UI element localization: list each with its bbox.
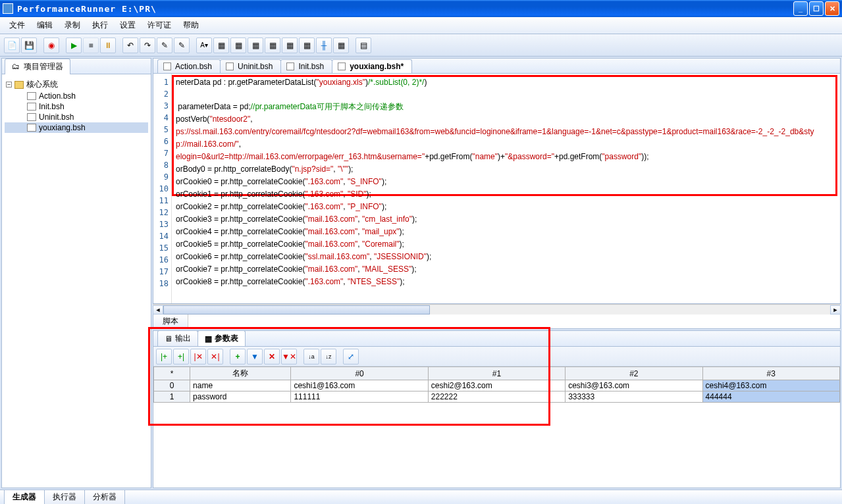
cell[interactable]: ceshi4@163.com bbox=[702, 380, 839, 391]
cell[interactable]: ceshi1@163.com bbox=[291, 380, 428, 391]
scroll-thumb[interactable] bbox=[163, 305, 430, 315]
cell[interactable]: 444444 bbox=[702, 391, 839, 403]
script-tab[interactable]: 脚本 bbox=[153, 315, 188, 328]
clear-button[interactable]: ▼✕ bbox=[281, 349, 297, 365]
cell[interactable]: 222222 bbox=[428, 391, 565, 403]
project-tree[interactable]: −核心系统Action.bshInit.bshUninit.bshyouxian… bbox=[2, 74, 151, 488]
cell[interactable]: ceshi2@163.com bbox=[428, 380, 565, 391]
del-col-right-button[interactable]: ✕| bbox=[207, 349, 223, 365]
del-col-button[interactable]: |✕ bbox=[190, 349, 206, 365]
highlight-button[interactable]: ✎ bbox=[174, 38, 190, 53]
tree-item-Uninit.bsh[interactable]: Uninit.bsh bbox=[5, 112, 148, 122]
project-manager-label: 项目管理器 bbox=[24, 61, 63, 72]
lower-tabbar: 🖥输出▦参数表 bbox=[153, 331, 840, 347]
editor-tab-youxiang.bsh*[interactable]: youxiang.bsh* bbox=[332, 59, 412, 73]
code-editor[interactable]: 123456789101112131415161718 neterData pd… bbox=[153, 74, 841, 304]
tree-item-youxiang.bsh[interactable]: youxiang.bsh bbox=[5, 122, 148, 133]
footer-tab-分析器[interactable]: 分析器 bbox=[84, 490, 125, 504]
tree-item-Init.bsh[interactable]: Init.bsh bbox=[5, 101, 148, 112]
filter-button[interactable]: ▼ bbox=[247, 349, 263, 365]
maximize-button[interactable]: ☐ bbox=[809, 1, 824, 16]
project-manager-tab[interactable]: 🗂 项目管理器 bbox=[5, 59, 70, 74]
cell[interactable]: ceshi3@163.com bbox=[566, 380, 702, 391]
cell[interactable]: 111111 bbox=[291, 391, 428, 403]
font-button[interactable]: A▾ bbox=[196, 38, 212, 53]
new-button[interactable]: 📄 bbox=[4, 38, 20, 53]
add-col-left-button[interactable]: |+ bbox=[156, 349, 172, 365]
minimize-button[interactable]: _ bbox=[793, 1, 808, 16]
file-icon bbox=[27, 124, 36, 132]
menu-帮助[interactable]: 帮助 bbox=[178, 18, 204, 33]
col-header[interactable]: #3 bbox=[702, 367, 839, 380]
lower-tab-参数表[interactable]: ▦参数表 bbox=[197, 330, 246, 346]
pause-button[interactable]: ⏸ bbox=[100, 38, 116, 53]
table-row[interactable]: 0nameceshi1@163.comceshi2@163.comceshi3@… bbox=[154, 380, 840, 391]
scroll-left-icon[interactable]: ◄ bbox=[153, 305, 163, 315]
tool-2[interactable]: ▦ bbox=[230, 38, 246, 53]
col-header[interactable]: #1 bbox=[428, 367, 565, 380]
tool-1[interactable]: ▦ bbox=[213, 38, 229, 53]
collapse-icon[interactable]: − bbox=[6, 82, 12, 88]
menu-编辑[interactable]: 编辑 bbox=[32, 18, 58, 33]
tool-7[interactable]: ╫ bbox=[316, 38, 332, 53]
menu-许可证[interactable]: 许可证 bbox=[142, 18, 176, 33]
tool-8[interactable]: ▦ bbox=[333, 38, 349, 53]
tree-item-Action.bsh[interactable]: Action.bsh bbox=[5, 91, 148, 101]
menu-设置[interactable]: 设置 bbox=[115, 18, 141, 33]
record-button[interactable]: ◉ bbox=[43, 38, 59, 53]
app-icon bbox=[3, 3, 13, 14]
add-row-button[interactable]: + bbox=[230, 349, 246, 365]
window-title: PerformanceRunner E:\PR\ bbox=[17, 4, 793, 14]
tool-6[interactable]: ▦ bbox=[299, 38, 315, 53]
tool-4[interactable]: ▦ bbox=[265, 38, 280, 53]
edit-button[interactable]: ✎ bbox=[157, 38, 172, 53]
table-row[interactable]: 1password111111222222333333444444 bbox=[154, 391, 840, 403]
redo-button[interactable]: ↷ bbox=[140, 38, 155, 53]
sort-asc-button[interactable]: ↓a bbox=[303, 349, 319, 365]
main-toolbar: 📄 💾 ◉ ▶ ■ ⏸ ↶ ↷ ✎ ✎ A▾ ▦ ▦ ▦ ▦ ▦ ▦ ╫ ▦ ▤ bbox=[0, 34, 842, 57]
editor-tab-Uninit.bsh[interactable]: Uninit.bsh bbox=[220, 59, 281, 73]
file-icon bbox=[338, 63, 346, 70]
cell[interactable]: name bbox=[190, 380, 291, 391]
editor-tabbar: Action.bshUninit.bshInit.bshyouxiang.bsh… bbox=[153, 58, 841, 74]
parameter-table[interactable]: *名称#0#1#2#30nameceshi1@163.comceshi2@163… bbox=[153, 366, 840, 403]
chart-button[interactable]: ⤢ bbox=[343, 349, 359, 365]
footer-tabbar: 生成器执行器分析器 bbox=[0, 490, 842, 504]
close-button[interactable]: ✕ bbox=[825, 1, 839, 16]
footer-tab-生成器[interactable]: 生成器 bbox=[4, 490, 45, 504]
project-sidebar: 🗂 项目管理器 −核心系统Action.bshInit.bshUninit.bs… bbox=[1, 58, 151, 488]
menubar: 文件编辑录制执行设置许可证帮助 bbox=[0, 17, 842, 34]
file-icon bbox=[163, 63, 171, 70]
del-row-button[interactable]: ✕ bbox=[264, 349, 280, 365]
tool-3[interactable]: ▦ bbox=[248, 38, 263, 53]
editor-hscroll[interactable]: ◄ ► bbox=[153, 304, 841, 315]
footer-tab-执行器[interactable]: 执行器 bbox=[44, 490, 85, 504]
cell[interactable]: password bbox=[190, 391, 291, 403]
scroll-right-icon[interactable]: ► bbox=[830, 305, 841, 315]
cell[interactable]: 0 bbox=[154, 380, 190, 391]
cell[interactable]: 333333 bbox=[566, 391, 702, 403]
col-header[interactable]: * bbox=[154, 367, 190, 380]
cell[interactable]: 1 bbox=[154, 391, 190, 403]
tool-5[interactable]: ▦ bbox=[282, 38, 298, 53]
add-col-right-button[interactable]: +| bbox=[173, 349, 189, 365]
output-panel: 🖥输出▦参数表 |+ +| |✕ ✕| + ▼ ✕ ▼✕ ↓a ↓z ⤢ bbox=[153, 330, 841, 488]
play-button[interactable]: ▶ bbox=[66, 38, 82, 53]
titlebar[interactable]: PerformanceRunner E:\PR\ _ ☐ ✕ bbox=[0, 0, 842, 17]
sort-desc-button[interactable]: ↓z bbox=[321, 349, 336, 365]
tool-9[interactable]: ▤ bbox=[355, 38, 371, 53]
col-header[interactable]: #0 bbox=[291, 367, 428, 380]
undo-button[interactable]: ↶ bbox=[122, 38, 138, 53]
col-header[interactable]: 名称 bbox=[190, 367, 291, 380]
menu-文件[interactable]: 文件 bbox=[4, 18, 30, 33]
editor-tab-Action.bsh[interactable]: Action.bsh bbox=[157, 59, 221, 73]
lower-tab-输出[interactable]: 🖥输出 bbox=[157, 330, 198, 346]
save-button[interactable]: 💾 bbox=[21, 38, 37, 53]
code-area[interactable]: neterData pd : pr.getParameterDataList("… bbox=[172, 74, 840, 303]
menu-执行[interactable]: 执行 bbox=[87, 18, 113, 33]
editor-tab-Init.bsh[interactable]: Init.bsh bbox=[280, 59, 332, 73]
col-header[interactable]: #2 bbox=[566, 367, 702, 380]
file-icon bbox=[226, 63, 234, 70]
menu-录制[interactable]: 录制 bbox=[59, 18, 86, 33]
tree-root[interactable]: −核心系统 bbox=[5, 78, 148, 91]
